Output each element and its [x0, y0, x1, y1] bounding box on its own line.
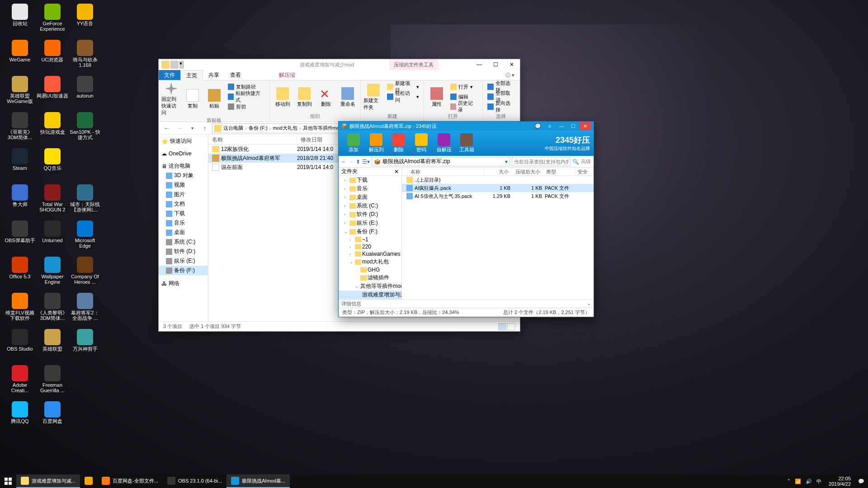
back-button[interactable]: ←: [161, 123, 172, 134]
col-date[interactable]: 修改日期: [297, 135, 342, 144]
forward-button[interactable]: →: [349, 159, 354, 165]
back-button[interactable]: ←: [341, 159, 347, 165]
desktop-icon[interactable]: Office 5.3: [4, 255, 36, 289]
nav-item[interactable]: 桌面: [159, 228, 208, 237]
desktop-icon[interactable]: WeGame: [4, 38, 36, 72]
archive-row[interactable]: AI 5倍收入与士气 35.pack1.29 KB1 KBPACK 文件: [402, 192, 594, 200]
properties-button[interactable]: 属性: [427, 82, 447, 112]
cut-button[interactable]: 剪切: [226, 102, 267, 111]
tree-node[interactable]: ⌄ 备份 (F:): [339, 227, 401, 236]
desktop-icon[interactable]: 幕府将军2：全面战争 ...: [69, 291, 101, 325]
qat-dropdown[interactable]: ▾: [179, 61, 184, 69]
tray-chevron-icon[interactable]: ˄: [788, 479, 790, 484]
path-box[interactable]: 📦极限挑战AImod幕府将军.zip▾: [372, 157, 510, 166]
desktop-icon[interactable]: Microsoft Edge: [69, 219, 101, 253]
desktop-icon[interactable]: San10PK - 快捷方式: [69, 110, 101, 145]
desktop-icon[interactable]: UC浏览器: [36, 38, 69, 72]
tab-view[interactable]: 查看: [225, 70, 246, 80]
desktop-icon[interactable]: [69, 363, 101, 398]
minimize-button[interactable]: —: [471, 59, 487, 70]
copy-button[interactable]: 复制: [183, 82, 203, 116]
breadcrumb-segment[interactable]: 这台电脑: [222, 125, 244, 131]
tree-node[interactable]: › 220: [339, 243, 401, 250]
move-to-button[interactable]: 移动到: [273, 82, 292, 112]
archive-row[interactable]: AI疯狂爆兵.pack1 KB1 KBPACK 文件: [402, 184, 594, 192]
nav-quick-access[interactable]: ⭐ 快速访问: [159, 136, 208, 146]
minimize-button[interactable]: —: [556, 122, 567, 130]
tree-node[interactable]: › 软件 (D:): [339, 210, 401, 219]
nav-item[interactable]: 下载: [159, 209, 208, 218]
search-input[interactable]: [512, 157, 571, 166]
maximize-button[interactable]: ☐: [487, 59, 504, 70]
view-mode-button[interactable]: ☰▾: [362, 159, 370, 165]
desktop-icon[interactable]: Steam: [4, 146, 36, 181]
desktop-icon[interactable]: 维棠FLV视频下载软件: [4, 291, 36, 325]
nav-item[interactable]: 图片: [159, 190, 208, 199]
desktop-icon[interactable]: 英雄联盟: [36, 327, 69, 361]
menu-button[interactable]: ≡: [544, 122, 556, 130]
desktop-icon[interactable]: Adobe Creati...: [4, 363, 36, 398]
desktop-icon[interactable]: OBS弹幕助手: [4, 219, 36, 253]
new-folder-button[interactable]: 新建文件夹: [363, 82, 383, 112]
explorer-titlebar[interactable]: ▾ 游戏难度增加与减少mod — ☐ ✕: [159, 59, 520, 70]
desktop-icon[interactable]: Freeman Guerrilla ...: [36, 363, 69, 398]
copy-to-button[interactable]: 复制到: [294, 82, 314, 112]
toolbar-button[interactable]: 工具箱: [455, 133, 478, 153]
taskbar-item[interactable]: 游戏难度增加与减...: [16, 474, 80, 488]
system-tray[interactable]: ˄ 📶 🔊 中 22:05 2019/4/22 💬: [784, 476, 868, 487]
invert-selection-button[interactable]: 反向选择: [486, 102, 517, 111]
tree-node[interactable]: 滤镜插件: [339, 273, 401, 282]
easy-access-button[interactable]: 轻松访问 ▾: [385, 92, 421, 101]
tab-extract[interactable]: 解压缩: [274, 70, 301, 80]
breadcrumb-segment[interactable]: mod大礼包: [272, 125, 298, 131]
tree-node[interactable]: ⌄ 其他等等插件mod: [339, 282, 401, 291]
desktop-icon[interactable]: 鲁大师: [4, 183, 36, 217]
close-button[interactable]: ✕: [579, 122, 591, 130]
qat-icon[interactable]: [170, 61, 179, 69]
desktop-icon[interactable]: [69, 399, 101, 434]
desktop-icon[interactable]: 骑马与砍杀 1.168: [69, 38, 101, 72]
desktop-icon[interactable]: 百度网盘: [36, 399, 69, 434]
breadcrumb-segment[interactable]: 备份 (F:): [248, 125, 269, 131]
qat-icon[interactable]: [161, 61, 170, 69]
tree-node[interactable]: › 桌面: [339, 193, 401, 202]
haozip-titlebar[interactable]: 📦 极限挑战AImod幕府将军.zip - 2345好压 💬 ≡ — ☐ ✕: [339, 122, 594, 131]
tray-ime-indicator[interactable]: 中: [816, 478, 821, 485]
toolbar-button[interactable]: 解压到: [365, 133, 387, 153]
col-name[interactable]: 名称: [408, 168, 485, 175]
delete-button[interactable]: ✕删除: [316, 82, 336, 112]
history-button[interactable]: 历史记录: [448, 102, 480, 111]
tree-node[interactable]: › 下载: [339, 176, 401, 184]
view-details-button[interactable]: [498, 323, 506, 330]
taskbar-item[interactable]: 极限挑战AImod幕...: [226, 474, 290, 488]
paste-shortcut-button[interactable]: 粘贴快捷方式: [226, 92, 267, 101]
forward-button[interactable]: →: [174, 123, 185, 134]
desktop-icon[interactable]: YY语音: [69, 2, 101, 36]
toolbar-button[interactable]: 添加: [342, 133, 365, 153]
toolbar-button[interactable]: 密码: [410, 133, 433, 153]
desktop-icon[interactable]: 《哥斯克》3DM简体...: [4, 110, 36, 145]
desktop-icon[interactable]: OBS Studio: [4, 327, 36, 361]
nav-onedrive[interactable]: ☁ OneDrive: [159, 150, 208, 158]
taskbar[interactable]: 游戏难度增加与减...百度网盘-全部文件...OBS 23.1.0 (64-bi…: [0, 474, 868, 488]
tree-node[interactable]: › ~1: [339, 236, 401, 243]
folder-tree[interactable]: 文件夹✕ › 下载› 音乐› 桌面› 系统 (C:)› 软件 (D:)› 娱乐 …: [339, 168, 402, 300]
rename-button[interactable]: 重命名: [338, 82, 358, 112]
taskbar-item[interactable]: [80, 474, 97, 488]
col-name[interactable]: 名称: [208, 135, 297, 144]
search-button[interactable]: 🔍: [572, 159, 579, 165]
col-safe[interactable]: 安全: [575, 168, 594, 175]
clock[interactable]: 22:05 2019/4/22: [826, 476, 854, 487]
nav-item[interactable]: 娱乐 (E:): [159, 256, 208, 266]
detail-pane-header[interactable]: 详细信息⌄: [339, 300, 594, 308]
tab-home[interactable]: 主页: [180, 70, 203, 80]
desktop-icon[interactable]: 回收站: [4, 2, 36, 36]
nav-item[interactable]: 备份 (F:): [159, 266, 208, 275]
desktop-icon[interactable]: 城市：天际线 【游侠网L...: [69, 183, 101, 217]
nav-this-pc[interactable]: 🖥 这台电脑: [159, 161, 208, 171]
tray-volume-icon[interactable]: 🔊: [806, 479, 812, 484]
tree-node[interactable]: GHG: [339, 266, 401, 273]
archive-file-list[interactable]: 名称 大小 压缩后大小 类型 安全 ..(上层目录)AI疯狂爆兵.pack1 K…: [402, 168, 594, 300]
nav-network[interactable]: 🖧 网络: [159, 279, 208, 288]
desktop-icon[interactable]: autorun: [69, 74, 101, 108]
